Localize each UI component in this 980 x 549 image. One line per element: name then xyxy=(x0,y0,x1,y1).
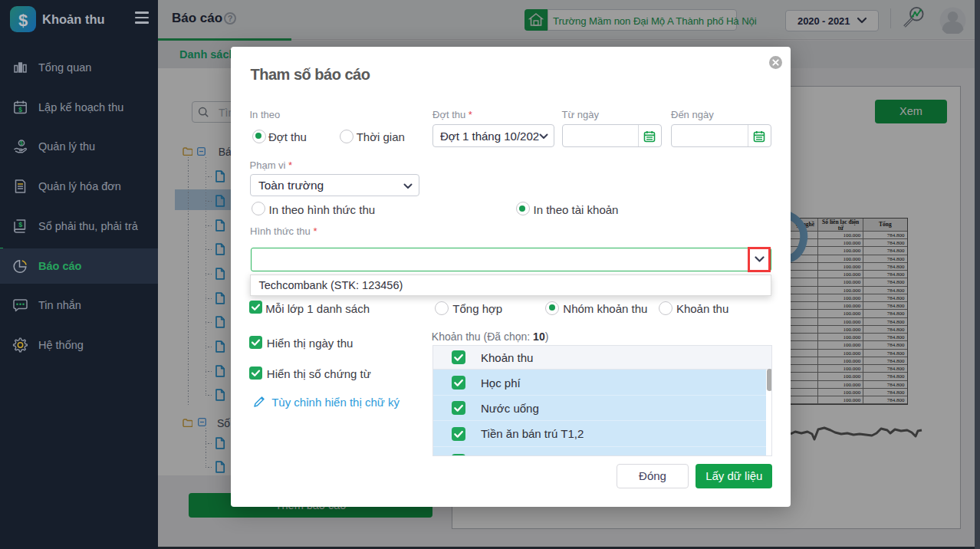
svg-text:$: $ xyxy=(18,105,22,113)
svg-text:$: $ xyxy=(18,11,28,30)
svg-text:$: $ xyxy=(18,220,22,228)
svg-text:$: $ xyxy=(20,140,23,146)
